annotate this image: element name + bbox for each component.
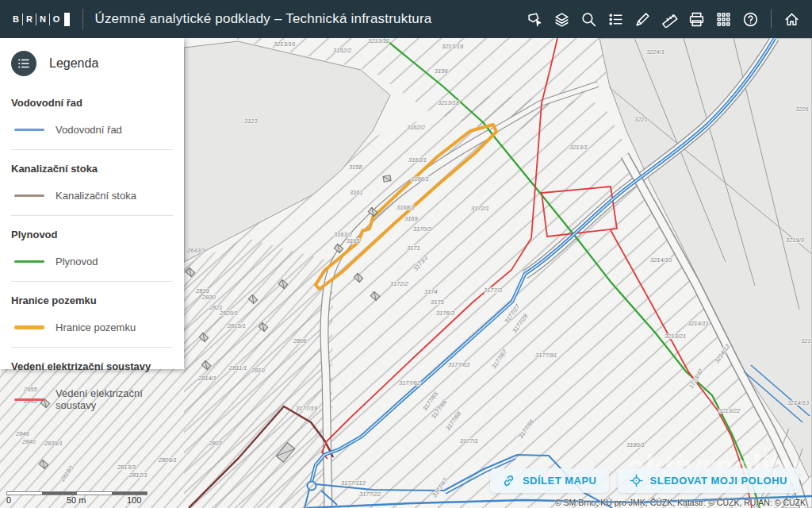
parcel-label: 3158 (349, 164, 363, 171)
parcel-label: 3161 (350, 189, 363, 196)
legend-section-header: Kanalizační stoka (11, 163, 173, 175)
apps-grid-icon[interactable] (713, 9, 734, 30)
share-map-button[interactable]: SDÍLET MAPU (490, 468, 609, 493)
map-action-buttons: SDÍLET MAPU SLEDOVAT MOJI POLOHU (490, 468, 799, 493)
parcel-label: 3177/22 (359, 491, 381, 498)
parcel-label: 3177/91 (535, 352, 557, 359)
legend-list-badge-icon[interactable] (11, 51, 36, 76)
gas-line-swatch (14, 260, 44, 263)
scale-bar-labels: 0 50 m 100 m (6, 495, 151, 506)
share-map-label: SDÍLET MAPU (523, 475, 597, 487)
parcel-label: 2839 (195, 287, 210, 294)
legend-title: Legenda (49, 56, 98, 71)
draw-icon[interactable] (632, 9, 653, 30)
parcel-label: 2813/3 (117, 464, 136, 471)
parcel-label: 3213/1 (569, 144, 588, 151)
parcel-label: 3190/1 (626, 441, 645, 448)
parcel-label: 3163/1 (408, 156, 427, 164)
logo-letter: O (53, 14, 60, 24)
map-attribution: © SM Brno, KÚ pro JMK, ČÚZK, Katastr: © … (555, 498, 806, 507)
legend-item[interactable]: Plynovod (14, 256, 173, 267)
divider (11, 347, 173, 348)
parcel-label: 3213/18 (438, 99, 460, 106)
legend-item[interactable]: Vedení elektrizační soustavy (14, 387, 173, 411)
parcel-label: 3177/113 (341, 479, 366, 487)
parcel-label: 3213/22 (718, 407, 741, 414)
select-area-icon[interactable] (524, 9, 546, 30)
legend-item-label: Vodovodní řad (56, 124, 122, 136)
logo-block (64, 13, 70, 26)
parcel-label: 2643/1 (186, 247, 205, 254)
legend-item-label: Hranice pozemku (56, 321, 136, 333)
help-icon[interactable] (740, 9, 761, 30)
parcel-label: 2814/1 (197, 375, 216, 382)
parcel-label: 2846 (15, 430, 30, 437)
parcel-label: 3174 (424, 288, 438, 295)
parcel-label: 2806 (293, 337, 308, 344)
parcel-label: 3156 (435, 67, 449, 75)
legend-section-parcel-boundary: Hranice pozemku Hranice pozemku (0, 294, 184, 348)
parcel-label: 3171 (407, 244, 420, 252)
parcel-label: 3165 (347, 237, 361, 244)
parcel-label: 3177/19 (296, 405, 318, 412)
legend-item[interactable]: Hranice pozemku (14, 321, 173, 333)
legend-section-sewer: Kanalizační stoka Kanalizační stoka (0, 163, 184, 216)
measure-icon[interactable] (659, 9, 680, 30)
parcel-label: 3226 (795, 106, 810, 113)
parcel-label: 3219/2 (801, 337, 812, 344)
logo-letter: N (40, 14, 46, 24)
parcel-label: 3152/2 (333, 47, 352, 54)
logo-divider (82, 9, 83, 29)
legend-list-icon[interactable] (605, 9, 626, 30)
search-icon[interactable] (578, 9, 599, 30)
parcel-label: 2815/1 (227, 322, 246, 329)
page-title: Územně analytické podklady – Technická i… (94, 11, 431, 27)
parcel-label: 3177/62 (399, 379, 421, 387)
legend-item[interactable]: Kanalizační stoka (14, 190, 173, 202)
parcel-label: 3213/21 (665, 333, 686, 340)
app-window: 3213/163152/23213/123213/1931563213/1832… (0, 0, 812, 508)
legend-item-label: Vedení elektrizační soustavy (56, 387, 173, 411)
parcel-label: 3176/3 (436, 310, 455, 317)
parcel-label: 3168/1 (396, 204, 415, 211)
layers-icon[interactable] (551, 9, 573, 30)
parcel-label: 3162/2 (407, 124, 426, 131)
top-bar: B R N O Územně analytické podklady – Tec… (0, 0, 812, 38)
legend-section-gas: Plynovod Plynovod (0, 229, 184, 282)
legend-section-electricity: Vedení elektrizační soustavy Vedení elek… (0, 360, 184, 411)
scale-bar: 0 50 m 100 m (6, 491, 151, 506)
parcel-label: 3177/63 (448, 361, 470, 368)
locate-icon (630, 474, 643, 487)
parcel-label: 3214/11 (688, 320, 709, 327)
brno-logo[interactable]: B R N O (0, 0, 82, 38)
legend-section-header: Vodovodní řad (11, 97, 173, 109)
parcel-label: 3224/1 (646, 48, 665, 56)
parcel-label: 3219/3 (786, 237, 805, 244)
parcel-boundary-swatch (14, 325, 44, 329)
home-icon[interactable] (781, 9, 802, 30)
parcel-label: 3177/3 (484, 287, 503, 294)
electricity-line-swatch (14, 398, 44, 401)
parcel-label: 2811/1 (228, 364, 247, 371)
parcel-label: 3177/1 (460, 437, 478, 444)
parcel-label: 2840 (21, 438, 36, 445)
parcel-label: 3172/1 (471, 205, 489, 212)
legend-item[interactable]: Vodovodní řad (14, 124, 173, 136)
scale-label-100: 100 m (127, 495, 151, 508)
parcel-label: 3213/12 (368, 38, 390, 44)
legend-section-header: Hranice pozemku (11, 294, 173, 306)
parcel-label: 2812/1 (128, 471, 147, 479)
locate-me-button[interactable]: SLEDOVAT MOJI POLOHU (618, 468, 799, 493)
scale-label-0: 0 (6, 495, 11, 505)
legend-item-label: Plynovod (56, 256, 98, 267)
locate-me-label: SLEDOVAT MOJI POLOHU (650, 475, 787, 487)
sewer-line-swatch (14, 194, 44, 197)
parcel-label: 3175 (431, 298, 445, 306)
print-icon[interactable] (686, 9, 707, 30)
divider (11, 149, 173, 150)
parcel-label: 2809/1 (158, 456, 177, 464)
toolbar (524, 9, 812, 30)
legend-section-header: Plynovod (11, 229, 173, 241)
toolbar-divider (771, 10, 772, 29)
legend-header: Legenda (0, 48, 184, 84)
